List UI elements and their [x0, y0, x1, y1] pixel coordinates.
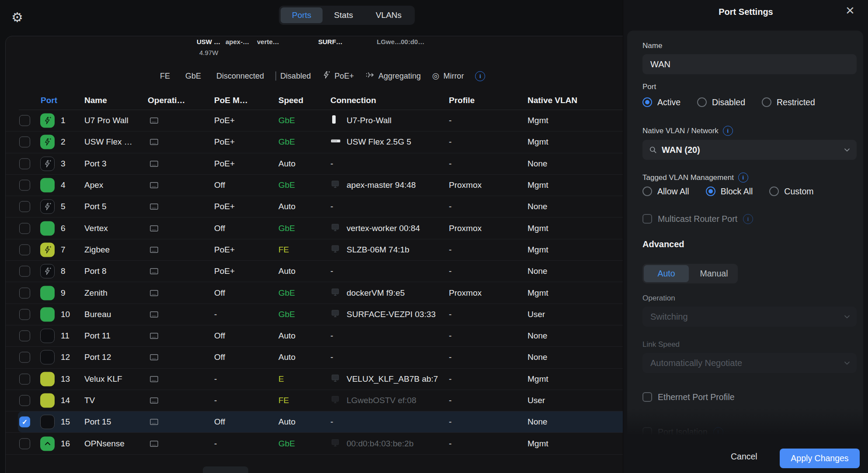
link-speed-label: Link Speed — [642, 340, 680, 349]
radio-disabled[interactable]: Disabled — [697, 97, 745, 107]
ethernet-port-profile-checkbox-row[interactable]: Ethernet Port Profile — [642, 391, 735, 403]
radio-custom-circle[interactable] — [769, 186, 779, 196]
radio-disabled-label: Disabled — [712, 97, 745, 107]
column-header-operation[interactable]: Operati… — [148, 96, 185, 105]
apply-changes-button[interactable]: Apply Changes — [780, 449, 860, 468]
column-header-connection[interactable]: Connection — [330, 96, 376, 105]
multicast-router-port-checkbox-row[interactable]: Multicast Router Port i — [642, 213, 753, 224]
radio-allow-all[interactable]: Allow All — [642, 186, 689, 197]
mode-auto[interactable]: Auto — [644, 265, 689, 282]
multicast-checkbox[interactable] — [642, 214, 652, 224]
row-checkbox[interactable] — [19, 438, 30, 449]
connection-client[interactable]: SURFACE-VEZPI 03:33 — [347, 310, 436, 319]
tab-vlans[interactable]: VLANs — [365, 7, 413, 23]
row-checkbox[interactable] — [19, 352, 30, 363]
connection-client[interactable]: apex-master 94:48 — [347, 180, 416, 190]
radio-block-all-circle[interactable] — [706, 186, 715, 196]
device-strip-label[interactable]: LGwe… — [377, 38, 401, 45]
native-vlan: Mgmt — [528, 439, 549, 449]
radio-block-all[interactable]: Block All — [706, 186, 753, 197]
close-icon[interactable]: × — [846, 2, 854, 19]
legend-item: Disconnected — [212, 72, 264, 81]
poe-mode: Off — [214, 288, 225, 298]
row-checkbox[interactable] — [19, 266, 30, 277]
connection-empty: - — [330, 352, 333, 362]
info-icon[interactable]: i — [738, 173, 748, 183]
port-name: Port 3 — [84, 159, 107, 169]
connection-client[interactable]: 00:d0:b4:03:be:2b — [347, 439, 413, 449]
advanced-mode-toggle: Auto Manual — [642, 264, 738, 283]
connection-client[interactable]: LGwebOSTV ef:08 — [347, 396, 416, 405]
mode-manual[interactable]: Manual — [691, 265, 736, 282]
link-speed-value: Automatically Negotiate — [642, 358, 742, 368]
radio-active[interactable]: Active — [642, 97, 681, 107]
native-vlan-select[interactable]: WAN (20) — [642, 140, 857, 160]
switching-device-icon — [149, 331, 159, 341]
connection-client[interactable]: U7-Pro-Wall — [347, 116, 392, 125]
port-speed: Auto — [278, 352, 295, 362]
cancel-button[interactable]: Cancel — [731, 452, 757, 462]
row-checkbox[interactable] — [19, 115, 30, 126]
link-speed-select[interactable]: Automatically Negotiate — [642, 353, 857, 373]
radio-active-label: Active — [657, 97, 681, 107]
port-settings-card: Name WAN Port Active Disabled Restricted… — [627, 31, 863, 440]
row-checkbox[interactable] — [19, 244, 30, 255]
poe-power-value: 4.97W — [199, 49, 218, 56]
column-header-port[interactable]: Port — [41, 96, 57, 105]
tab-ports[interactable]: Ports — [281, 7, 323, 23]
clipped-bottom-button[interactable] — [203, 466, 248, 473]
row-checkbox[interactable] — [19, 201, 30, 212]
info-icon[interactable]: i — [723, 126, 733, 136]
row-checkbox[interactable] — [19, 287, 30, 298]
column-header-poe-mode[interactable]: PoE M… — [214, 96, 248, 105]
port-profile: - — [449, 245, 451, 255]
poe-mode: - — [214, 439, 217, 449]
tab-stats[interactable]: Stats — [323, 7, 364, 23]
device-strip-label[interactable]: 00:d0… — [401, 38, 424, 45]
row-checkbox[interactable]: ✓ — [19, 417, 30, 428]
column-header-name[interactable]: Name — [84, 96, 107, 105]
connection-client[interactable]: SLZB-06M 74:1b — [347, 245, 410, 255]
connection-client[interactable]: VELUX_KLF_AB7B ab:7 — [347, 374, 438, 384]
device-strip-label[interactable]: apex-… — [226, 38, 249, 45]
row-checkbox[interactable] — [19, 223, 30, 234]
device-strip-label[interactable]: verte… — [257, 38, 279, 45]
column-header-native-vlan[interactable]: Native VLAN — [528, 96, 577, 105]
column-header-profile[interactable]: Profile — [449, 96, 475, 105]
native-vlan: Mgmt — [528, 180, 549, 190]
operation-select[interactable]: Switching — [642, 307, 857, 327]
name-input[interactable]: WAN — [642, 54, 857, 74]
row-checkbox[interactable] — [19, 137, 30, 148]
radio-disabled-circle[interactable] — [697, 97, 707, 107]
row-checkbox[interactable] — [19, 331, 30, 342]
row-checkbox[interactable] — [19, 158, 30, 169]
port-status-icon — [40, 200, 55, 214]
connection-client[interactable]: vertex-worker 00:84 — [347, 224, 420, 233]
row-checkbox[interactable] — [19, 395, 30, 406]
info-icon[interactable]: i — [743, 214, 753, 224]
radio-active-circle[interactable] — [642, 97, 652, 107]
device-strip-label[interactable]: SURF… — [318, 38, 343, 45]
port-status-icon — [40, 372, 55, 386]
info-icon[interactable]: i — [475, 71, 485, 81]
native-vlan: Mgmt — [528, 116, 549, 125]
radio-custom[interactable]: Custom — [769, 186, 813, 197]
radio-allow-all-circle[interactable] — [642, 186, 652, 196]
radio-restricted[interactable]: Restricted — [762, 97, 815, 107]
connection-client[interactable]: dockerVM f9:e5 — [347, 288, 405, 298]
row-checkbox[interactable] — [19, 309, 30, 320]
connection-client[interactable]: USW Flex 2.5G 5 — [347, 137, 411, 147]
radio-restricted-circle[interactable] — [762, 97, 771, 107]
ethernet-port-profile-checkbox[interactable] — [642, 392, 652, 402]
client-device-icon — [330, 309, 340, 320]
device-strip-label[interactable]: USW … — [197, 38, 220, 45]
row-checkbox[interactable] — [19, 373, 30, 384]
radio-restricted-label: Restricted — [777, 97, 815, 107]
settings-gear-icon[interactable]: ⚙ — [11, 10, 23, 25]
native-vlan: None — [528, 266, 547, 276]
search-icon — [649, 145, 657, 154]
port-status-icon — [40, 264, 55, 279]
column-header-speed[interactable]: Speed — [278, 96, 303, 105]
radio-custom-label: Custom — [784, 186, 813, 197]
row-checkbox[interactable] — [19, 180, 30, 191]
